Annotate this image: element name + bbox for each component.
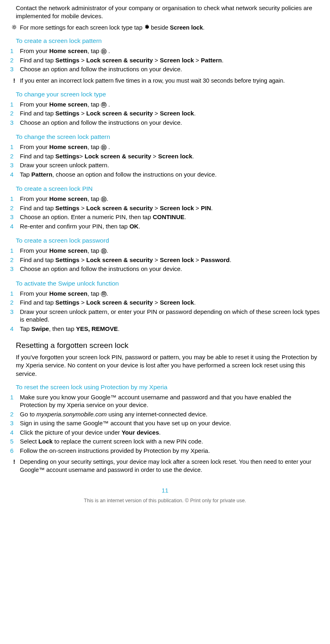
step: 3Sign in using the same Google™ account …	[10, 419, 320, 429]
step-text: From your	[20, 195, 49, 202]
step-number: 4	[10, 429, 13, 437]
step-number: 1	[10, 195, 13, 203]
step-text: From your	[20, 143, 49, 150]
step-text: , tap	[88, 47, 101, 54]
tip-text-a: For more settings for each screen lock t…	[20, 24, 144, 31]
step: 1From your Home screen, tap .	[10, 195, 320, 204]
step-text: Your devices	[122, 429, 159, 436]
step: 2Find and tap Settings> Lock screen & se…	[10, 152, 320, 162]
step-text: .	[107, 290, 108, 297]
step-text: .	[194, 299, 195, 306]
step-text: PIN	[201, 205, 211, 211]
step-text: , tap	[88, 101, 101, 108]
step: 4Click the picture of your device under …	[10, 429, 320, 438]
step: 2Find and tap Settings > Lock screen & s…	[10, 204, 320, 213]
step-text: myxperia.sonymobile.com	[36, 411, 107, 418]
step-text: , then tap	[49, 325, 76, 332]
heading-create-pattern: To create a screen lock pattern	[16, 37, 320, 45]
step-text: , choose an option and follow the instru…	[52, 171, 216, 178]
step-text: Lock screen & security	[86, 57, 153, 64]
step-text: Find and tap	[20, 205, 56, 211]
step-text: Screen lock	[158, 153, 192, 160]
step-text: .	[107, 247, 108, 254]
step: 1From your Home screen, tap .	[10, 100, 320, 110]
apps-icon	[101, 248, 107, 254]
step-text: Lock screen & security	[86, 256, 153, 263]
step-text: Pattern	[31, 171, 52, 178]
step-text: .	[222, 57, 223, 64]
step: 1From your Home screen, tap .	[10, 143, 320, 152]
step-text: >	[79, 256, 86, 263]
step-text: >	[153, 205, 160, 211]
apps-icon	[101, 102, 107, 108]
step-text: Lock	[39, 438, 53, 445]
step: 3Choose an option. Enter a numeric PIN, …	[10, 213, 320, 222]
step-text: From your	[20, 47, 49, 54]
footer-text: This is an internet version of this publ…	[10, 498, 320, 503]
step-text: >	[151, 153, 158, 160]
heading-swipe-unlock: To activate the Swipe unlock function	[16, 280, 320, 287]
step-text: Home screen	[49, 143, 88, 150]
step-text: >	[194, 256, 201, 263]
svg-point-0	[13, 26, 15, 28]
step-text: >	[153, 110, 160, 117]
step-number: 2	[10, 299, 13, 307]
apps-icon	[101, 145, 107, 150]
step: 2Find and tap Settings > Lock screen & s…	[10, 56, 320, 66]
apps-icon	[101, 49, 107, 54]
step-text: Lock screen & security	[86, 110, 153, 117]
step: 5Select Lock to replace the current scre…	[10, 437, 320, 447]
step-text: Home screen	[49, 195, 88, 202]
step-text: CONTINUE	[153, 213, 184, 220]
step-number: 2	[10, 152, 13, 160]
step-text: .	[184, 213, 186, 220]
step-text: >	[79, 153, 85, 160]
step: 1From your Home screen, tap .	[10, 47, 320, 56]
warning-icon: !	[11, 458, 17, 465]
step-text: Tap	[20, 325, 31, 332]
step-text: .	[194, 110, 195, 117]
step-number: 1	[10, 100, 13, 109]
step-text: Settings	[56, 256, 79, 263]
step-text: Pattern	[201, 57, 222, 64]
warning-icon: !	[11, 77, 17, 83]
step-text: Screen lock	[160, 256, 194, 263]
step-text: .	[192, 153, 194, 160]
warning-note: ! If you enter an incorrect lock pattern…	[10, 77, 320, 85]
step: 4Re-enter and confirm your PIN, then tap…	[10, 222, 320, 232]
step-text: .	[107, 143, 110, 150]
step: 1From your Home screen, tap .	[10, 247, 320, 256]
step-text: Find and tap	[20, 299, 56, 306]
heading-reset-xperia: To reset the screen lock using Protectio…	[16, 384, 320, 391]
step-text: >	[79, 299, 86, 306]
step-number: 3	[10, 419, 13, 427]
step: 2Find and tap Settings > Lock screen & s…	[10, 299, 320, 308]
step-text: Click the picture of your device under	[20, 429, 122, 436]
step-text: Find and tap	[20, 57, 56, 64]
step-text: Find and tap	[20, 110, 56, 117]
step-text: Choose an option and follow the instruct…	[20, 265, 182, 272]
intro-paragraph: Contact the network administrator of you…	[16, 4, 320, 21]
step-text: Screen lock	[160, 110, 194, 117]
step-text: Find and tap	[20, 153, 56, 160]
step-text: Tap	[20, 171, 31, 178]
step-text: Settings	[56, 205, 79, 211]
step-text: Go to	[20, 411, 36, 418]
step-text: Settings	[56, 57, 79, 64]
step-text: Screen lock	[160, 205, 194, 211]
apps-icon	[101, 291, 107, 297]
step-number: 4	[10, 325, 13, 333]
step-number: 3	[10, 265, 13, 273]
step-number: 6	[10, 447, 13, 455]
step-number: 4	[10, 222, 13, 230]
step: 1Make sure you know your Google™ account…	[10, 393, 320, 410]
step-text: YES, REMOVE	[76, 325, 118, 332]
step: 2Find and tap Settings > Lock screen & s…	[10, 109, 320, 119]
step-number: 1	[10, 47, 13, 55]
step-text: >	[194, 57, 201, 64]
tip-text-b: beside	[149, 24, 170, 31]
warning-note: ! Depending on your security settings, y…	[10, 458, 320, 474]
step-text: .	[118, 325, 120, 332]
step-number: 4	[10, 171, 13, 179]
step-text: Home screen	[49, 247, 88, 254]
